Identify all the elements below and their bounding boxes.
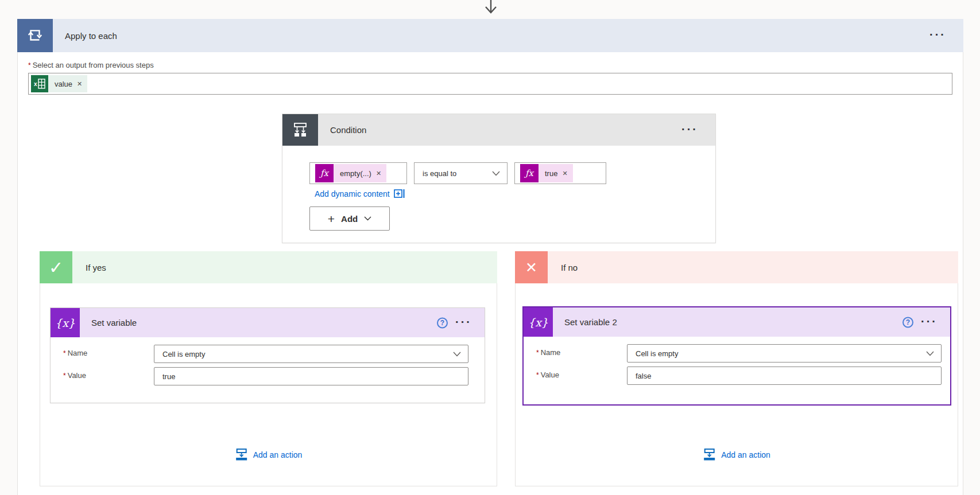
variable-icon: {x} — [524, 307, 553, 337]
apply-to-each-param-label: *Select an output from previous steps — [28, 61, 154, 69]
set-variable-2-card-selected: {x} Set variable 2 ? ··· *Name Cell is e… — [522, 306, 951, 406]
condition-branch-icon — [282, 114, 318, 146]
required-marker: * — [536, 349, 539, 357]
condition-left-operand-field[interactable]: ƒx empty(...) ✕ — [309, 162, 407, 184]
apply-to-each-title: Apply to each — [65, 31, 117, 41]
value-token-close-icon[interactable]: ✕ — [75, 80, 87, 88]
chevron-down-icon — [492, 171, 500, 176]
apply-to-each-header[interactable]: Apply to each ··· — [17, 19, 963, 52]
chevron-down-icon — [364, 216, 371, 221]
value-field-label: *Value — [63, 371, 86, 380]
dynamic-content-icon — [394, 189, 405, 198]
chevron-down-icon — [926, 351, 934, 356]
add-dynamic-content-link[interactable]: Add dynamic content — [315, 189, 405, 198]
value-field-label: *Value — [536, 371, 559, 379]
flow-designer-canvas: Apply to each ··· *Select an output from… — [0, 0, 980, 495]
required-marker: * — [536, 371, 539, 379]
add-action-label: Add an action — [721, 450, 770, 459]
required-marker: * — [63, 349, 66, 357]
name-dropdown[interactable]: Cell is empty — [627, 344, 942, 363]
add-action-icon — [235, 449, 248, 461]
name-value: Cell is empty — [636, 349, 678, 358]
apply-to-each-more-icon[interactable]: ··· — [926, 26, 950, 42]
add-action-icon — [703, 449, 716, 461]
connector-arrow-icon — [483, 0, 498, 18]
condition-right-operand-field[interactable]: ƒx true ✕ — [514, 162, 606, 184]
set-variable-2-more-icon[interactable]: ··· — [917, 313, 941, 329]
set-variable-title: Set variable — [91, 318, 137, 328]
value-input[interactable]: false — [627, 367, 942, 385]
if-yes-header: ✓ If yes — [40, 251, 497, 283]
name-field-label: *Name — [63, 349, 87, 357]
chevron-down-icon — [453, 352, 461, 357]
required-marker: * — [63, 372, 66, 380]
variable-icon: {x} — [51, 308, 80, 337]
value-token-label: value — [48, 80, 75, 88]
condition-title: Condition — [330, 125, 366, 135]
apply-to-each-loop-icon — [17, 19, 53, 52]
expression-label: true — [539, 169, 560, 178]
add-action-label: Add an action — [253, 450, 303, 459]
apply-to-each-card: Apply to each ··· *Select an output from… — [17, 19, 963, 495]
fx-icon: ƒx — [315, 164, 334, 182]
expression-token-right[interactable]: ƒx true ✕ — [520, 164, 573, 182]
condition-operator-dropdown[interactable]: is equal to — [414, 162, 508, 184]
required-marker: * — [28, 61, 31, 69]
cross-icon: ✕ — [515, 251, 548, 283]
expression-token-left[interactable]: ƒx empty(...) ✕ — [315, 164, 386, 182]
if-no-add-action-link[interactable]: Add an action — [703, 449, 770, 461]
set-variable-card: {x} Set variable ? ··· *Name Cell is emp… — [50, 307, 485, 403]
if-yes-add-action-link[interactable]: Add an action — [235, 449, 303, 461]
name-field-label: *Name — [536, 348, 560, 357]
checkmark-icon: ✓ — [40, 251, 72, 283]
add-button-label: Add — [341, 214, 358, 224]
set-variable-2-title: Set variable 2 — [564, 317, 617, 327]
if-no-branch: ✕ If no {x} Set variable 2 ? ··· *Name C… — [515, 251, 958, 486]
value-value: false — [636, 372, 651, 380]
help-icon[interactable]: ? — [437, 317, 448, 328]
expression-label: empty(...) — [334, 169, 374, 178]
name-dropdown[interactable]: Cell is empty — [154, 345, 468, 363]
expression-close-icon[interactable]: ✕ — [374, 170, 386, 177]
value-value: true — [162, 372, 175, 381]
svg-text:x: x — [34, 81, 37, 87]
condition-header[interactable]: Condition ··· — [282, 114, 715, 146]
if-yes-branch: ✓ If yes {x} Set variable ? ··· *Name Ce… — [40, 251, 497, 486]
value-input[interactable]: true — [154, 367, 468, 385]
value-token[interactable]: x value ✕ — [31, 75, 87, 92]
if-no-header: ✕ If no — [515, 251, 958, 283]
condition-more-icon[interactable]: ··· — [678, 120, 702, 137]
condition-card: Condition ··· ƒx empty(...) ✕ is equal t… — [282, 114, 716, 243]
fx-icon: ƒx — [520, 164, 539, 182]
condition-add-button[interactable]: + Add — [309, 206, 390, 231]
set-variable-2-header[interactable]: {x} Set variable 2 ? ··· — [524, 307, 950, 337]
if-yes-title: If yes — [86, 263, 106, 272]
add-dynamic-content-label: Add dynamic content — [315, 189, 390, 198]
excel-icon: x — [31, 75, 48, 92]
apply-to-each-output-input[interactable]: x value ✕ — [28, 73, 952, 95]
condition-operator-value: is equal to — [423, 169, 456, 178]
name-value: Cell is empty — [162, 350, 205, 358]
help-icon[interactable]: ? — [902, 317, 913, 328]
set-variable-more-icon[interactable]: ··· — [452, 313, 475, 329]
if-no-title: If no — [561, 263, 578, 272]
set-variable-header[interactable]: {x} Set variable ? ··· — [51, 308, 485, 337]
plus-icon: + — [328, 213, 335, 225]
expression-close-icon[interactable]: ✕ — [560, 170, 572, 177]
